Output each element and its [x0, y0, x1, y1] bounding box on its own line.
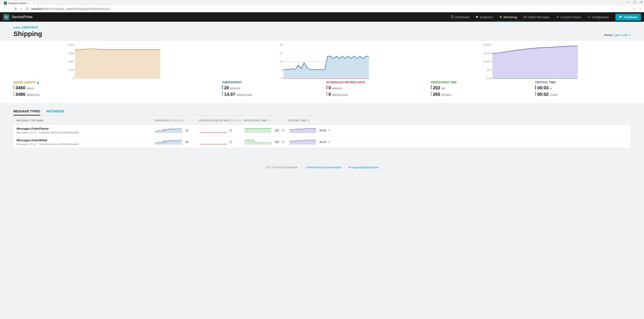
svg-text:23: 23: [280, 52, 283, 55]
menu-icon[interactable]: ⋮: [639, 7, 642, 11]
gear-icon: [588, 16, 590, 19]
back-link[interactable]: ALL ENDPOINTS: [14, 26, 38, 29]
back-icon[interactable]: ←: [2, 7, 6, 11]
svg-text:4,000: 4,000: [68, 44, 74, 46]
row-name: Messages.OrderBilled: [16, 139, 154, 142]
feedback-label: Feedback: [624, 16, 637, 19]
doc-link[interactable]: ↗ ServicePulse documentation: [304, 166, 342, 169]
cell-critical: 00:03 H: [288, 139, 333, 145]
heart-icon: [476, 16, 478, 19]
cell-throughput: 10: [154, 139, 199, 145]
browser-tab[interactable]: Endpoint Details • Servic ×: [1, 1, 37, 5]
cell-critical: 00:03 H: [288, 128, 333, 133]
feedback-button[interactable]: Feedback: [616, 14, 641, 21]
home-icon[interactable]: ⌂: [20, 7, 23, 11]
close-icon[interactable]: ✕: [640, 1, 643, 4]
chart-throughput-retries: 08152330 THROUGHPUT 20MSGS/S 14.97MSGS/S…: [222, 45, 422, 97]
cell-throughput: 10: [154, 128, 199, 133]
metric-retries: SCHEDULED RETRIES RATE 0MSGS/S 0MSGS/S A…: [326, 81, 422, 97]
svg-text:2,000: 2,000: [68, 61, 74, 63]
cell-retries: 0: [199, 139, 244, 145]
nav-item-endpoints[interactable]: Endpoints: [472, 12, 496, 22]
minimize-icon[interactable]: —: [626, 1, 630, 4]
forward-icon[interactable]: →: [8, 7, 12, 11]
cell-retries: 0: [199, 128, 244, 133]
svg-text:50 s: 50 s: [487, 69, 491, 71]
page-header: ALL ENDPOINTS Shipping Period: Last 1 mi…: [0, 22, 644, 40]
row-name: Messages.OrderPlaced: [16, 127, 154, 130]
comment-icon: [619, 16, 622, 19]
page-title: Shipping: [14, 30, 42, 38]
footer: 2017 © Particular Software • ↗ ServicePu…: [0, 157, 644, 173]
dashboard-icon: [450, 16, 454, 19]
table-row[interactable]: Messages.OrderPlacedMessages-1.0.0.0 Pub…: [14, 125, 630, 136]
check-icon: [556, 16, 559, 19]
brand[interactable]: ServicePulse: [3, 14, 32, 20]
svg-text:1,000: 1,000: [68, 69, 74, 71]
window-controls: — ▢ ✕: [626, 1, 643, 4]
svg-text:0 ms: 0 ms: [486, 77, 491, 80]
tab-title: Endpoint Details • Servic: [8, 2, 31, 5]
svg-text:8: 8: [281, 69, 282, 71]
reload-icon[interactable]: ⟳: [14, 7, 18, 11]
top-nav: DashboardEndpointsMonitoringFailed Messa…: [448, 12, 612, 22]
detail-section: MESSAGE TYPES INSTANCES MESSAGE TYPE NAM…: [0, 103, 644, 157]
mail-icon: [524, 16, 526, 19]
table-row[interactable]: Messages.OrderBilledMessages-1.0.0.0 Pub…: [14, 136, 630, 148]
external-link-icon: ↗: [304, 166, 307, 169]
brand-name: ServicePulse: [12, 15, 32, 19]
mail-icon: ✉: [348, 166, 350, 169]
detail-tabs: MESSAGE TYPES INSTANCES: [14, 110, 630, 116]
svg-text:00:02 h: 00:02 h: [484, 52, 491, 55]
flask-icon: [37, 81, 39, 84]
app-header: ServicePulse DashboardEndpointsMonitorin…: [0, 12, 644, 22]
tab-message-types[interactable]: MESSAGE TYPES: [14, 110, 40, 115]
brand-logo-icon: [3, 14, 10, 20]
svg-text:30: 30: [280, 44, 283, 46]
metric-critical-time: CRITICAL TIME 00:03H 00:02H AVG: [535, 81, 630, 97]
tab-close-icon[interactable]: ×: [33, 2, 35, 5]
chart-proc-crit: 0 ms50 s00:01 h00:02 h00:03 h PROCESSING…: [431, 45, 630, 97]
star-icon[interactable]: ☆: [633, 7, 636, 11]
nav-item-monitoring[interactable]: Monitoring: [496, 12, 520, 22]
url-input[interactable]: localhost:8051/#/endpoint_details/Shippi…: [31, 7, 631, 11]
table-header: MESSAGE TYPE NAME THROUGHPUT (MSGS/S) SC…: [14, 116, 630, 125]
metric-processing-time: PROCESSING TIME 202MS 265MS AVG: [431, 81, 526, 97]
browser-addressbar: ← → ⟳ ⌂ ⓘ localhost:8051/#/endpoint_deta…: [0, 5, 644, 12]
support-email-link[interactable]: ✉ support@particular.net: [348, 166, 378, 169]
nav-item-custom-checks[interactable]: Custom Checks: [553, 12, 584, 22]
period-selector[interactable]: Period: Last 1 min. ▾: [604, 33, 630, 37]
browser-tabstrip: Endpoint Details • Servic ×: [0, 0, 644, 5]
tab-instances[interactable]: INSTANCES: [46, 110, 64, 115]
browser-chrome: — ▢ ✕ Endpoint Details • Servic × ← → ⟳ …: [0, 0, 644, 12]
metric-throughput: THROUGHPUT 20MSGS/S 14.97MSGS/S AVG: [222, 81, 318, 97]
svg-text:3,000: 3,000: [68, 52, 74, 55]
nav-item-dashboard[interactable]: Dashboard: [448, 12, 472, 22]
chart-queue: 01,0002,0003,0004,000 QUEUE LENGTH 3460M…: [14, 45, 213, 97]
nav-item-failed-messages[interactable]: Failed Messages: [520, 12, 553, 22]
svg-text:15: 15: [280, 61, 283, 63]
pulse-icon: [499, 16, 502, 19]
nav-item-configuration[interactable]: Configuration: [584, 12, 612, 22]
cell-processing: 202 MS: [244, 128, 288, 133]
svg-point-2: [588, 17, 590, 18]
tab-favicon: [4, 2, 7, 5]
cell-processing: 202 MS: [244, 139, 288, 145]
svg-text:0: 0: [281, 77, 282, 80]
maximize-icon[interactable]: ▢: [634, 1, 636, 4]
info-icon[interactable]: ⓘ: [26, 7, 29, 11]
chevron-down-icon: ▾: [629, 33, 630, 37]
svg-text:0: 0: [72, 77, 74, 80]
metric-queue-length: QUEUE LENGTH 3460MSGS 3486MSGS AVG: [14, 81, 213, 97]
svg-text:00:03 h: 00:03 h: [484, 44, 491, 46]
svg-text:00:01 h: 00:01 h: [484, 61, 491, 63]
charts-section: 01,0002,0003,0004,000 QUEUE LENGTH 3460M…: [0, 40, 644, 103]
